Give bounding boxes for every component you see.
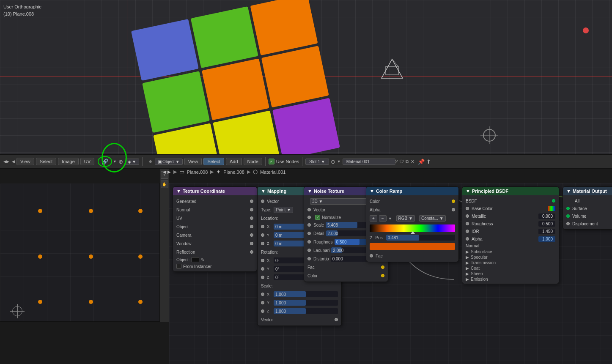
socket-camera-out[interactable] bbox=[250, 233, 253, 237]
socket-generated-out[interactable] bbox=[250, 200, 253, 203]
pbsdf-subsurface[interactable]: ▶ Subsurface bbox=[462, 249, 559, 255]
ior-value[interactable]: 1.450 bbox=[538, 229, 555, 234]
up-arrow-icon[interactable]: ⬆ bbox=[426, 159, 431, 165]
socket-locz-in[interactable] bbox=[261, 242, 264, 245]
node-select-btn[interactable]: Select bbox=[203, 158, 224, 165]
socket-normal-out[interactable] bbox=[250, 208, 253, 211]
scale-z-bar[interactable]: 1.000 bbox=[274, 308, 338, 314]
image-menu-btn[interactable]: Image bbox=[58, 158, 79, 165]
pbsdf-specular[interactable]: ▶ Specular bbox=[462, 255, 559, 260]
node-matout-header[interactable]: ▼ Material Output bbox=[563, 187, 612, 195]
socket-base-color-in[interactable] bbox=[466, 207, 469, 210]
link-icon-btn[interactable]: 🔗 bbox=[98, 156, 112, 167]
mapping-type-dropdown[interactable]: Point ▼ bbox=[274, 207, 293, 213]
colorramp-gradient-bar[interactable] bbox=[370, 224, 455, 232]
node-node-btn[interactable]: Node bbox=[244, 158, 262, 165]
socket-alpha-in[interactable] bbox=[466, 237, 469, 241]
base-color-swatch[interactable] bbox=[548, 206, 555, 211]
pivot-dropdown[interactable]: ◈▼ bbox=[125, 159, 139, 165]
socket-displacement-in[interactable] bbox=[566, 222, 570, 225]
socket-rotx-in[interactable] bbox=[261, 259, 264, 262]
viewport-redline-v bbox=[127, 0, 127, 154]
socket-object-out[interactable] bbox=[250, 225, 253, 228]
node-texcoord-header[interactable]: ▼ Texture Coordinate bbox=[173, 187, 257, 195]
pbsdf-transmission[interactable]: ▶ Transmission bbox=[462, 260, 559, 265]
socket-metallic-in[interactable] bbox=[466, 214, 469, 218]
socket-roty-in[interactable] bbox=[261, 267, 264, 271]
socket-scalex-in[interactable] bbox=[261, 293, 264, 296]
socket-volume-in[interactable] bbox=[566, 214, 570, 218]
eyedropper-icon[interactable]: ✎ bbox=[201, 257, 204, 262]
copy-icon[interactable]: ⧉ bbox=[406, 159, 409, 164]
viewport-3d[interactable]: User Orthographic (10) Plane.008 bbox=[0, 0, 612, 154]
socket-vector-out[interactable] bbox=[335, 318, 338, 321]
socket-scale-in[interactable] bbox=[307, 223, 311, 227]
select-menu-btn[interactable]: Select bbox=[36, 158, 57, 165]
colorramp-minus-btn[interactable]: − bbox=[379, 215, 387, 222]
colorramp-interp-dropdown[interactable]: Consta... ▼ bbox=[419, 215, 446, 222]
metallic-value[interactable]: 0.000 bbox=[538, 213, 555, 219]
socket-colorramp-alpha-out[interactable] bbox=[452, 208, 455, 211]
close-icon[interactable]: ✕ bbox=[411, 159, 414, 164]
socket-distortion-in[interactable] bbox=[307, 257, 311, 260]
slot-dropdown[interactable]: Slot 1▼ bbox=[305, 159, 329, 165]
pbsdf-roughness-value[interactable]: 0.500 bbox=[538, 221, 555, 227]
socket-uv-out[interactable] bbox=[250, 216, 253, 220]
breadcrumb-item2[interactable]: Plane.008 bbox=[223, 170, 244, 175]
socket-fac-out[interactable] bbox=[381, 265, 384, 269]
socket-lacunarity-in[interactable] bbox=[307, 249, 311, 252]
socket-window-out[interactable] bbox=[250, 242, 253, 245]
pbsdf-emission[interactable]: ▶ Emission bbox=[462, 276, 559, 282]
socket-reflection-out[interactable] bbox=[250, 250, 253, 254]
socket-noise-vector-in[interactable] bbox=[307, 208, 311, 211]
socket-locx-in[interactable] bbox=[261, 225, 264, 228]
alpha-value[interactable]: 1.000 bbox=[538, 236, 555, 242]
hand-tool-btn[interactable]: ✋ bbox=[161, 181, 168, 188]
socket-vector-in[interactable] bbox=[261, 200, 264, 203]
normalize-checkbox[interactable]: ✓ bbox=[315, 215, 320, 220]
socket-detail-in[interactable] bbox=[307, 232, 311, 235]
socket-scaley-in[interactable] bbox=[261, 301, 264, 304]
socket-colorramp-color-out[interactable] bbox=[452, 200, 455, 203]
breadcrumb-item3[interactable]: Material.001 bbox=[260, 170, 286, 175]
scale-x-bar[interactable]: 1.000 bbox=[274, 291, 338, 297]
pbsdf-ior-row: IOR 1.450 bbox=[462, 227, 559, 235]
socket-color-out[interactable] bbox=[381, 274, 384, 277]
breadcrumb-back[interactable]: ◀ ▶ bbox=[163, 170, 171, 174]
scale-y-bar[interactable]: 1.000 bbox=[274, 300, 338, 306]
shield-icon[interactable]: 🛡 bbox=[399, 159, 404, 164]
socket-colorramp-fac-in[interactable] bbox=[370, 254, 373, 257]
pbsdf-coat[interactable]: ▶ Coat bbox=[462, 265, 559, 271]
socket-scalez-in[interactable] bbox=[261, 309, 264, 313]
node-texcoord: ▼ Texture Coordinate Generated Normal UV… bbox=[173, 186, 257, 272]
socket-roughness-in[interactable] bbox=[307, 240, 311, 244]
node-pbsdf-header[interactable]: ▼ Principled BSDF bbox=[462, 187, 559, 195]
node-colorramp-header[interactable]: ▼ Color Ramp bbox=[366, 187, 458, 195]
mini-viewport[interactable] bbox=[0, 183, 160, 322]
breadcrumb-item1[interactable]: Plane.008 bbox=[187, 170, 208, 175]
node-add-btn[interactable]: Add bbox=[226, 158, 242, 165]
object-dropdown[interactable]: ▣ Object ▼ bbox=[155, 159, 183, 165]
colorramp-plus-btn[interactable]: + bbox=[370, 215, 377, 222]
material-input[interactable]: Material.001 bbox=[343, 159, 395, 165]
pbsdf-sheen[interactable]: ▶ Sheen bbox=[462, 271, 559, 276]
socket-normalize-in[interactable] bbox=[307, 216, 311, 219]
colorramp-pos-bar[interactable]: 0.481 bbox=[386, 235, 455, 241]
socket-pbsdf-roughness-in[interactable] bbox=[466, 222, 469, 225]
magnet-icon[interactable]: ⊕ bbox=[118, 159, 123, 165]
colorramp-rgb-dropdown[interactable]: RGB ▼ bbox=[396, 215, 415, 222]
socket-bsdf-out[interactable] bbox=[552, 199, 555, 203]
uv-menu-btn[interactable]: UV bbox=[80, 158, 94, 165]
socket-locy-in[interactable] bbox=[261, 233, 264, 237]
socket-ior-in[interactable] bbox=[466, 230, 469, 233]
node-editor[interactable]: ▼ Texture Coordinate Generated Normal UV… bbox=[169, 183, 612, 364]
use-nodes-toggle[interactable]: ✓ Use Nodes bbox=[269, 159, 299, 164]
socket-surface-in[interactable] bbox=[566, 207, 570, 210]
node-view-btn[interactable]: View bbox=[184, 158, 202, 165]
object-color-swatch[interactable] bbox=[192, 257, 199, 262]
from-instancer-checkbox[interactable] bbox=[176, 264, 181, 269]
pin-icon[interactable]: 📌 bbox=[418, 159, 425, 165]
colorramp-alpha-bar[interactable] bbox=[370, 243, 455, 250]
view-menu-btn[interactable]: View bbox=[16, 158, 34, 165]
socket-rotz-in[interactable] bbox=[261, 276, 264, 279]
